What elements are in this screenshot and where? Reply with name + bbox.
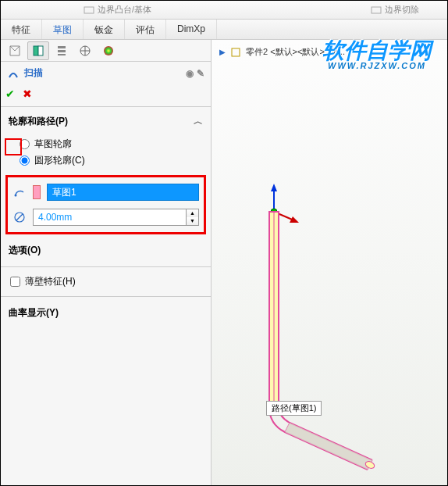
section-curvature[interactable]: 曲率显示(Y) [1,300,211,326]
tab-evaluate[interactable]: 评估 [125,20,166,39]
svg-marker-16 [271,184,277,191]
panel-tab-config[interactable] [51,41,73,60]
cancel-button[interactable]: ✖ [23,88,32,100]
feature-title: 扫描 [24,66,43,80]
viewport[interactable]: ▶ 零件2 <默认><默认>_显... 软件自学网 WWW.RJZXW.COM [212,40,447,486]
boundary-cut-button[interactable]: 边界切除 [358,4,432,16]
boss-base-icon [84,5,94,16]
panel-tab-feature-tree[interactable] [4,41,26,60]
diameter-input[interactable] [33,209,187,226]
panel-tab-dim[interactable] [74,41,96,60]
svg-rect-0 [84,7,94,13]
radio-circle-label: 圆形轮廓(C) [34,154,85,167]
diameter-icon [12,210,27,224]
tab-sketch[interactable]: 草图 [42,20,84,39]
sweep-icon [7,67,20,80]
svg-point-10 [104,46,113,55]
svg-rect-4 [58,46,66,48]
svg-rect-3 [38,46,43,55]
panel-tab-appearance[interactable] [98,41,119,60]
boundary-cut-icon [371,5,382,16]
help-icon[interactable]: ◉ [186,68,194,79]
feature-header-actions: ◉ ✎ [186,68,204,79]
panel-tabs [1,40,211,62]
diameter-input-row: ▲ ▼ [12,209,199,226]
watermark-main: 软件自学网 [322,40,432,62]
top-toolbar: 边界凸台/基体 边界切除 [1,1,447,20]
path-tooltip: 路径(草图1) [266,401,322,416]
confirm-row: ✔ ✖ [1,84,211,103]
spinner-up[interactable]: ▲ [187,209,198,217]
profile-radio-group: 草图轮廓 圆形轮廓(C) [1,133,211,172]
play-icon: ▶ [219,48,226,56]
tab-sheet-metal[interactable]: 钣金 [84,20,125,39]
svg-point-11 [15,195,17,197]
svg-rect-5 [58,50,66,52]
section-options[interactable]: 选项(O) [1,238,211,263]
diameter-spinner: ▲ ▼ [187,209,199,226]
property-manager-panel: 扫描 ◉ ✎ ✔ ✖ 轮廓和路径(P) ︿ 草图轮廓 圆形轮廓(C) [1,40,212,486]
svg-marker-22 [285,423,372,470]
tab-dimxpert[interactable]: DimXp [166,20,217,39]
watermark: 软件自学网 WWW.RJZXW.COM [322,40,432,70]
section-profile-path-label: 轮廓和路径(P) [9,115,68,128]
section-profile-path[interactable]: 轮廓和路径(P) ︿ [1,110,211,133]
thin-feature-row[interactable]: 薄壁特征(H) [1,270,211,293]
boss-base-label: 边界凸台/基体 [98,4,151,16]
path-color-swatch [33,185,41,199]
highlighted-inputs: 草图1 ▲ ▼ [5,175,206,234]
boundary-cut-label: 边界切除 [385,4,419,16]
radio-circle-profile[interactable]: 圆形轮廓(C) [20,152,192,169]
path-input-row: 草图1 [12,184,199,201]
path-field[interactable]: 草图1 [47,184,199,201]
radio-sketch-label: 草图轮廓 [34,138,72,151]
svg-line-13 [16,214,23,220]
radio-sketch-input[interactable] [20,139,30,149]
ok-button[interactable]: ✔ [5,88,15,100]
svg-rect-1 [372,7,381,13]
chevron-up-icon: ︿ [194,115,203,128]
svg-rect-2 [34,46,38,55]
thin-feature-label: 薄壁特征(H) [25,275,76,288]
spinner-down[interactable]: ▼ [187,217,198,225]
path-icon [12,185,27,199]
radio-circle-input[interactable] [20,155,30,166]
main-tabs: 特征 草图 钣金 评估 DimXp [1,20,447,40]
pin-icon[interactable]: ✎ [197,68,204,79]
radio-sketch-profile[interactable]: 草图轮廓 [20,136,192,152]
panel-tab-property[interactable] [27,41,49,60]
svg-rect-14 [232,48,240,56]
boss-base-button[interactable]: 边界凸台/基体 [71,4,164,16]
sketch-geometry: + [251,180,422,477]
watermark-sub: WWW.RJZXW.COM [322,62,432,70]
feature-header: 扫描 ◉ ✎ [1,62,211,84]
tab-feature[interactable]: 特征 [1,20,42,39]
part-icon [230,47,241,58]
thin-feature-checkbox[interactable] [10,277,20,287]
svg-rect-6 [58,54,66,55]
